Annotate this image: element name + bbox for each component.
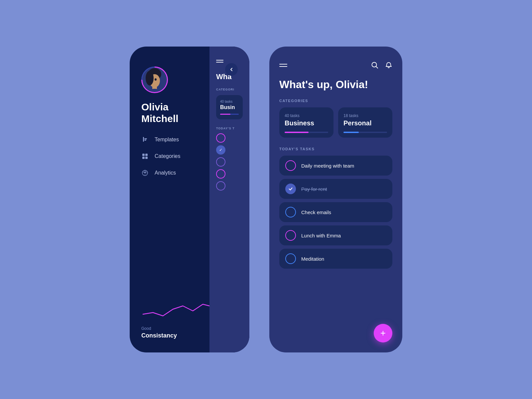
task-item-lunch-emma[interactable]: Lunch with Emma [279,225,392,245]
svg-point-3 [146,71,154,85]
svg-rect-11 [145,154,148,156]
task-circle-pay-rent [285,184,296,194]
top-bar [279,62,392,69]
task-circle-check-emails [285,207,296,217]
hamburger-menu-icon[interactable] [279,64,287,67]
greeting-text: What's up, Olivia! [279,78,392,91]
overlay-circle-5 [216,181,225,191]
task-item-daily-meeting[interactable]: Daily meeting with team [279,156,392,176]
back-button[interactable] [225,63,238,76]
svg-rect-10 [142,154,145,156]
personal-title: Personal [343,119,387,127]
task-circle-meditation [285,253,296,264]
overlay-card: 40 tasks Busin [216,95,243,119]
phone-left: Olivia Mitchell Templates [130,47,249,352]
todays-tasks-label: TODAY'S TASKS [279,147,392,151]
svg-point-4 [155,78,157,81]
task-item-meditation[interactable]: Meditation [279,249,392,269]
overlay-circle-1 [216,133,225,143]
task-text-meditation: Meditation [301,256,324,262]
svg-rect-12 [142,157,145,159]
svg-rect-7 [143,137,144,142]
task-circle-lunch-emma [285,230,296,241]
categories-row: 40 tasks Business 18 tasks Personal [279,107,392,138]
analytics-label: Analytics [155,170,176,176]
overlay-card-title: Busin [220,104,239,110]
search-icon[interactable] [371,62,378,69]
task-text-lunch-emma: Lunch with Emma [301,233,341,238]
avatar-inner [142,67,167,92]
notification-icon[interactable] [385,62,392,69]
overlay-task-3 [216,157,243,167]
overlay-task-4 [216,169,243,179]
business-progress-fill [285,132,309,133]
avatar-ring [141,66,168,93]
categories-label: Categories [155,153,180,159]
overlay-circle-4 [216,169,225,179]
overlay-hamburger [216,60,243,63]
task-list: Daily meeting with team Pay for rent Che… [279,156,392,269]
overlay-task-1 [216,133,243,143]
overlay-circle-2: ✓ [216,145,225,155]
task-text-check-emails: Check emails [301,209,331,215]
overlay-task-5 [216,181,243,191]
add-task-fab[interactable]: + [374,324,392,342]
overlay-card-tasks: 40 tasks [220,100,239,103]
svg-rect-9 [144,140,146,140]
overlay-task-2: ✓ [216,145,243,155]
svg-rect-13 [145,157,148,159]
templates-label: Templates [155,137,179,143]
phone-right: What's up, Olivia! CATEGORIES 40 tasks B… [269,47,402,352]
task-item-pay-rent[interactable]: Pay for rent [279,179,392,199]
personal-progress-fill [343,132,359,133]
overlay-categories-label: CATEGORI [216,88,243,91]
task-text-daily-meeting: Daily meeting with team [301,163,354,169]
personal-tasks-count: 18 tasks [343,113,387,118]
category-card-business[interactable]: 40 tasks Business [279,107,333,138]
screens-container: Olivia Mitchell Templates [130,47,402,352]
left-phone-overlay: Wha CATEGORI 40 tasks Busin TODAY'S T ✓ [209,47,249,352]
task-circle-daily-meeting [285,160,296,171]
templates-icon [141,136,149,143]
business-tasks-count: 40 tasks [285,113,328,118]
categories-icon [141,153,149,160]
overlay-todays-label: TODAY'S T [216,127,243,130]
business-progress [285,132,328,133]
personal-progress [343,132,387,133]
overlay-circle-3 [216,157,225,167]
task-item-check-emails[interactable]: Check emails [279,202,392,222]
category-card-personal[interactable]: 18 tasks Personal [338,107,392,138]
analytics-icon [141,169,149,177]
business-title: Business [285,119,328,127]
task-text-pay-rent: Pay for rent [301,186,327,192]
top-icons [371,62,392,69]
categories-section-label: CATEGORIES [279,99,392,103]
svg-rect-8 [144,138,147,139]
